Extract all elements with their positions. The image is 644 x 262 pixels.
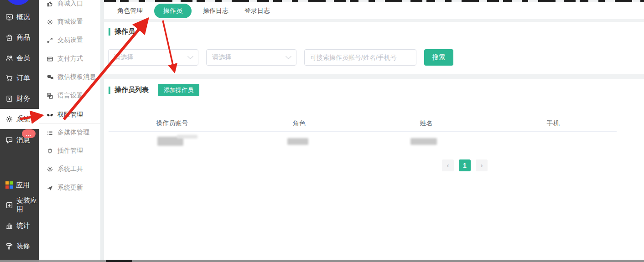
- sidebar-item-label: 安装应用: [16, 196, 39, 214]
- submenu-item-label: 语言设置: [57, 92, 83, 100]
- section-title-operator-list: 操作员列表: [109, 86, 149, 94]
- pagination: ‹ 1 ›: [442, 159, 488, 171]
- submenu-item-multimedia[interactable]: 多媒体管理: [39, 123, 100, 142]
- sidebar-item-members[interactable]: 会员: [0, 48, 39, 68]
- message-badge: ...: [22, 129, 36, 138]
- cell-role-censored: [287, 138, 308, 145]
- tab-role-management[interactable]: 角色管理: [113, 4, 147, 18]
- add-operator-button[interactable]: 添加操作员: [158, 84, 199, 96]
- filter-select-1[interactable]: 请选择: [108, 49, 198, 66]
- permission-glasses-icon: [47, 112, 53, 118]
- tab-login-log[interactable]: 登录日志: [240, 4, 275, 18]
- table-header-phone: 手机: [490, 116, 617, 131]
- pagination-next-button[interactable]: ›: [476, 159, 488, 171]
- submenu-item-label: 多媒体管理: [57, 128, 89, 137]
- payment-card-icon: [47, 56, 53, 62]
- cell-name-censored: [410, 138, 437, 145]
- goods-bag-icon: [5, 34, 13, 41]
- system-tools-gear-icon: [47, 166, 53, 173]
- orders-cart-icon: [5, 74, 13, 82]
- system-submenu: 商城入口 商城设置 交易设置 支付方式 微信模板消息 语言设置 权限管理 多媒: [39, 0, 100, 262]
- sidebar-item-label: 系统: [16, 115, 30, 123]
- scrollbar-thumb[interactable]: [106, 260, 132, 262]
- sidebar-item-decorate[interactable]: 装修: [0, 236, 39, 256]
- cell-account-censored-2: [177, 135, 197, 139]
- search-button[interactable]: 搜索: [424, 49, 453, 66]
- sidebar-item-label: 装修: [16, 242, 30, 251]
- sidebar-item-label: 订单: [16, 74, 30, 82]
- tab-operation-log[interactable]: 操作日志: [198, 4, 233, 18]
- sidebar-item-finance[interactable]: 财务: [0, 88, 39, 108]
- sidebar-item-orders[interactable]: 订单: [0, 68, 39, 88]
- message-chat-icon: [5, 136, 13, 144]
- chevron-down-icon: [286, 53, 291, 59]
- sidebar-item-apps[interactable]: 应用: [0, 175, 39, 195]
- select-placeholder: 请选择: [212, 53, 231, 62]
- overview-monitor-icon: [5, 13, 13, 21]
- sidebar-item-label: 概况: [16, 13, 30, 21]
- operator-filter-card: 操作员 请选择 请选择 搜索: [104, 22, 644, 74]
- logo: [5, 0, 31, 5]
- trade-settings-arrows-icon: [47, 37, 53, 44]
- admin-app: 概况 商品 会员 订单 财务 系统 消息 ... 应用: [0, 0, 644, 262]
- members-people-icon: [5, 54, 13, 62]
- submenu-item-label: 系统工具: [57, 165, 83, 173]
- sidebar-item-label: 统计: [16, 221, 30, 230]
- tab-operator[interactable]: 操作员: [154, 4, 192, 18]
- operator-search-input[interactable]: [304, 49, 416, 66]
- layout-divider: [100, 0, 104, 262]
- system-gear-icon: [5, 115, 13, 123]
- sidebar-item-label: 商品: [16, 33, 30, 42]
- sidebar-item-label: 会员: [16, 54, 30, 62]
- submenu-item-label: 微信模板消息: [57, 73, 96, 81]
- main-content: 角色管理 操作员 操作日志 登录日志 操作员 请选择 请选择 搜索: [104, 0, 644, 262]
- submenu-item-trade-settings[interactable]: 交易设置: [39, 31, 100, 49]
- submenu-item-mall-entry[interactable]: 商城入口: [39, 0, 100, 13]
- table-header-role: 角色: [236, 116, 363, 131]
- submenu-item-payment[interactable]: 支付方式: [39, 50, 100, 68]
- language-icon: [47, 92, 53, 99]
- section-title-operator: 操作员: [109, 27, 135, 36]
- submenu-item-wechat-template[interactable]: 微信模板消息: [39, 68, 100, 86]
- system-update-plane-icon: [47, 185, 53, 191]
- sidebar-item-stats[interactable]: 统计: [0, 216, 39, 236]
- submenu-item-permission[interactable]: 权限管理: [39, 106, 100, 124]
- select-placeholder: 请选择: [114, 53, 133, 62]
- sidebar-item-goods[interactable]: 商品: [0, 27, 39, 47]
- submenu-item-label: 商城入口: [57, 0, 83, 8]
- multimedia-list-icon: [47, 129, 53, 136]
- submenu-item-label: 支付方式: [57, 55, 83, 63]
- tab-bar: 角色管理 操作员 操作日志 登录日志: [104, 2, 644, 19]
- pagination-page-1[interactable]: 1: [459, 159, 471, 171]
- mall-settings-gear-icon: [47, 19, 53, 26]
- primary-sidebar: 概况 商品 会员 订单 财务 系统 消息 ... 应用: [0, 0, 39, 262]
- submenu-item-label: 插件管理: [57, 147, 83, 155]
- table-header-account: 操作员账号: [109, 116, 236, 131]
- horizontal-scrollbar[interactable]: [0, 260, 644, 262]
- submenu-item-label: 系统更新: [57, 184, 83, 192]
- mall-entry-thumb-icon: [47, 0, 53, 7]
- table-header-row: 操作员账号 角色 姓名 手机: [109, 116, 617, 132]
- stats-bars-icon: [5, 222, 13, 230]
- sidebar-item-label: 财务: [16, 94, 30, 103]
- wechat-template-icon: [47, 74, 53, 81]
- sidebar-item-system[interactable]: 系统: [0, 109, 39, 129]
- pagination-prev-button[interactable]: ‹: [442, 159, 454, 171]
- filter-select-2[interactable]: 请选择: [206, 49, 296, 66]
- submenu-item-label: 权限管理: [57, 111, 83, 119]
- operator-list-card: 操作员列表 添加操作员 操作员账号 角色 姓名 手机 ‹ 1 ›: [104, 79, 644, 260]
- submenu-item-language[interactable]: 语言设置: [39, 87, 100, 105]
- install-app-icon: [5, 201, 13, 209]
- sidebar-item-overview[interactable]: 概况: [0, 7, 39, 27]
- apps-grid-icon: [5, 181, 13, 189]
- submenu-item-system-update[interactable]: 系统更新: [39, 179, 100, 197]
- plugin-icon: [47, 148, 53, 154]
- decorate-roller-icon: [5, 242, 13, 250]
- sidebar-item-install-app[interactable]: 安装应用: [0, 195, 39, 215]
- sidebar-item-label: 应用: [16, 181, 30, 190]
- table-header-name: 姓名: [363, 116, 490, 131]
- submenu-item-mall-settings[interactable]: 商城设置: [39, 13, 100, 31]
- finance-book-icon: [5, 95, 13, 103]
- submenu-item-plugin[interactable]: 插件管理: [39, 142, 100, 160]
- submenu-item-system-tools[interactable]: 系统工具: [39, 160, 100, 178]
